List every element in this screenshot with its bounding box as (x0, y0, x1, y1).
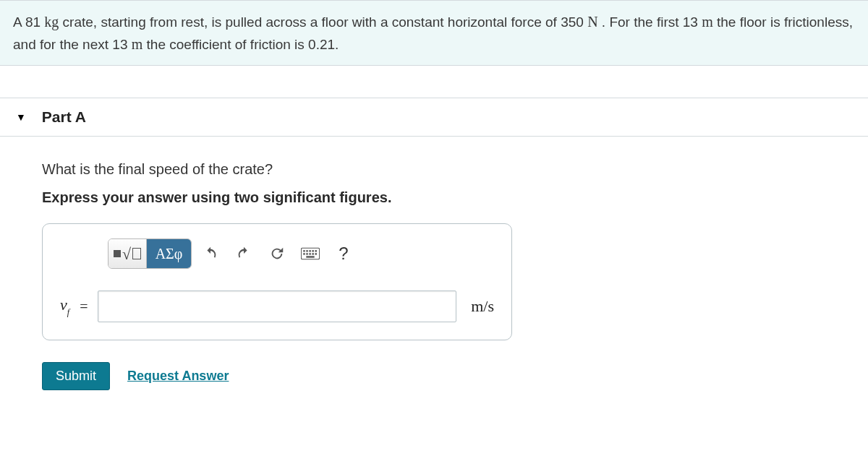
svg-rect-1 (303, 250, 305, 251)
svg-rect-11 (306, 256, 314, 257)
unit-label: m/s (471, 297, 494, 316)
answer-box: √ ΑΣφ (42, 223, 512, 340)
undo-button[interactable] (196, 238, 225, 269)
reset-icon (269, 246, 285, 262)
answer-input-row: vf = m/s (60, 291, 494, 322)
svg-rect-2 (306, 250, 307, 251)
svg-rect-7 (306, 253, 307, 254)
keyboard-icon (301, 247, 320, 260)
action-row: Submit Request Answer (42, 362, 868, 390)
template-button-group: √ ΑΣφ (108, 238, 192, 269)
problem-text: A 81 kg crate, starting from rest, is pu… (13, 14, 853, 52)
redo-button[interactable] (229, 238, 258, 269)
svg-rect-6 (303, 253, 305, 254)
collapse-caret-icon: ▼ (16, 111, 26, 123)
request-answer-link[interactable]: Request Answer (127, 369, 229, 384)
help-icon: ? (339, 244, 348, 264)
part-label: Part A (42, 108, 86, 126)
help-button[interactable]: ? (329, 238, 358, 269)
submit-button[interactable]: Submit (42, 362, 110, 390)
fraction-sqrt-icon: √ (114, 244, 141, 263)
greek-symbols-button[interactable]: ΑΣφ (146, 239, 191, 268)
part-body: What is the final speed of the crate? Ex… (0, 137, 868, 412)
part-header[interactable]: ▼ Part A (0, 98, 868, 137)
equation-toolbar: √ ΑΣφ (108, 238, 494, 269)
instruction-text: Express your answer using two significan… (42, 189, 868, 206)
math-template-button[interactable]: √ (109, 239, 146, 268)
answer-input[interactable] (98, 291, 456, 322)
svg-rect-8 (309, 253, 310, 254)
svg-rect-9 (312, 253, 313, 254)
reset-button[interactable] (263, 238, 292, 269)
undo-icon (203, 246, 218, 262)
redo-icon (236, 246, 252, 262)
svg-rect-3 (309, 250, 310, 251)
equals-sign: = (80, 298, 88, 315)
greek-label: ΑΣφ (156, 246, 183, 262)
svg-rect-5 (315, 250, 317, 251)
question-text: What is the final speed of the crate? (42, 161, 868, 178)
variable-label: vf (60, 296, 69, 317)
problem-statement: A 81 kg crate, starting from rest, is pu… (0, 0, 868, 66)
keyboard-button[interactable] (296, 238, 325, 269)
svg-rect-4 (312, 250, 313, 251)
svg-rect-10 (315, 253, 317, 254)
